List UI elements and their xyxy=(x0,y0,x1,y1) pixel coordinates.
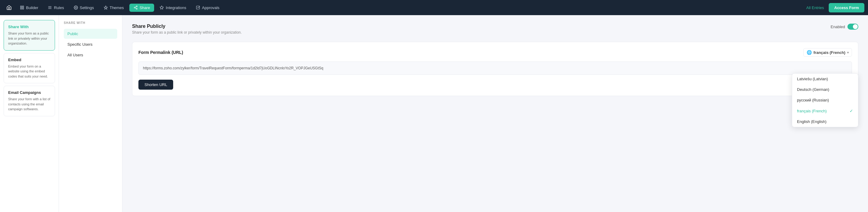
nav-builder[interactable]: Builder xyxy=(16,4,42,12)
lang-dropdown: Latviešu (Latvian) Deutsch (German) русс… xyxy=(792,73,858,127)
permalink-section: Form Permalink (URL) 🌐 français (French)… xyxy=(132,42,858,96)
svg-rect-2 xyxy=(21,8,22,9)
sidebar-card-share-with-desc: Share your form as a public link or priv… xyxy=(8,31,51,46)
globe-icon: 🌐 xyxy=(807,50,812,55)
middle-panel-title: SHARE WITH xyxy=(64,21,117,25)
sidebar-card-email-campaigns[interactable]: Email Campaigns Share your form with a l… xyxy=(4,86,55,116)
svg-marker-13 xyxy=(160,6,164,9)
content-header: Share Publicly Share your form as a publ… xyxy=(132,24,858,34)
middle-panel: SHARE WITH Public Specific Users All Use… xyxy=(59,15,122,212)
content-title: Share Publicly xyxy=(132,24,242,29)
check-icon: ✓ xyxy=(849,108,853,113)
shorten-url-button[interactable]: Shorten URL xyxy=(138,80,173,90)
toggle-group: Enabled xyxy=(831,24,858,30)
dropdown-item-latvian[interactable]: Latviešu (Latvian) xyxy=(792,74,858,84)
svg-rect-1 xyxy=(22,6,24,7)
nav-integrations[interactable]: Integrations xyxy=(155,4,190,12)
dropdown-item-german[interactable]: Deutsch (German) xyxy=(792,84,858,95)
svg-point-10 xyxy=(136,8,137,9)
svg-line-12 xyxy=(135,7,136,7)
nav-approvals[interactable]: Approvals xyxy=(192,4,224,12)
dropdown-item-english[interactable]: English (English) xyxy=(792,116,858,127)
sidebar-card-embed[interactable]: Embed Embed your form on a website using… xyxy=(4,53,55,84)
sidebar-card-share-with[interactable]: Share With Share your form as a public l… xyxy=(4,20,55,51)
all-entries-link[interactable]: All Entries xyxy=(803,4,828,12)
svg-rect-14 xyxy=(196,6,200,9)
sidebar-card-email-campaigns-title: Email Campaigns xyxy=(8,90,51,95)
lang-selector[interactable]: 🌐 français (French) ▾ xyxy=(803,48,852,57)
middle-item-public[interactable]: Public xyxy=(64,29,117,39)
chevron-down-icon: ▾ xyxy=(847,51,849,54)
svg-point-8 xyxy=(136,6,137,7)
nav-themes[interactable]: Themes xyxy=(99,4,128,12)
content-area: Share Publicly Share your form as a publ… xyxy=(122,15,868,212)
nav-rules[interactable]: Rules xyxy=(43,4,68,12)
permalink-title-text: Form Permalink (URL) xyxy=(138,50,183,55)
access-form-button[interactable]: Access Form xyxy=(829,3,864,12)
toggle-label: Enabled xyxy=(831,25,845,29)
svg-line-11 xyxy=(135,8,136,8)
nav-settings[interactable]: Settings xyxy=(69,4,98,12)
main-layout: Share With Share your form as a public l… xyxy=(0,15,868,212)
sidebar-card-embed-title: Embed xyxy=(8,57,51,62)
sidebar-card-embed-desc: Embed your form on a website using the e… xyxy=(8,64,51,79)
left-sidebar: Share With Share your form as a public l… xyxy=(0,15,59,212)
sidebar-card-email-campaigns-desc: Share your form with a list of contacts … xyxy=(8,97,51,112)
enabled-toggle[interactable] xyxy=(847,24,858,30)
lang-selector-value: français (French) xyxy=(814,50,845,55)
sidebar-card-share-with-title: Share With xyxy=(8,25,51,29)
url-box: https://forms.zoho.com/zylker/form/Trave… xyxy=(138,61,852,75)
nav-share[interactable]: Share xyxy=(129,4,154,12)
dropdown-item-russian[interactable]: русский (Russian) xyxy=(792,95,858,105)
middle-item-specific-users[interactable]: Specific Users xyxy=(64,39,117,49)
dropdown-item-french[interactable]: français (French) ✓ xyxy=(792,105,858,116)
home-button[interactable] xyxy=(4,2,14,13)
middle-item-all-users[interactable]: All Users xyxy=(64,50,117,60)
toggle-knob xyxy=(853,24,858,29)
permalink-title-row: Form Permalink (URL) 🌐 français (French)… xyxy=(138,48,852,57)
svg-rect-3 xyxy=(22,8,24,9)
content-header-text: Share Publicly Share your form as a publ… xyxy=(132,24,242,34)
top-nav: Builder Rules Settings Themes Share Inte… xyxy=(0,0,868,15)
svg-rect-0 xyxy=(21,6,22,7)
svg-point-7 xyxy=(75,7,76,8)
svg-point-9 xyxy=(134,7,135,8)
content-subtitle: Share your form as a public link or priv… xyxy=(132,30,242,34)
